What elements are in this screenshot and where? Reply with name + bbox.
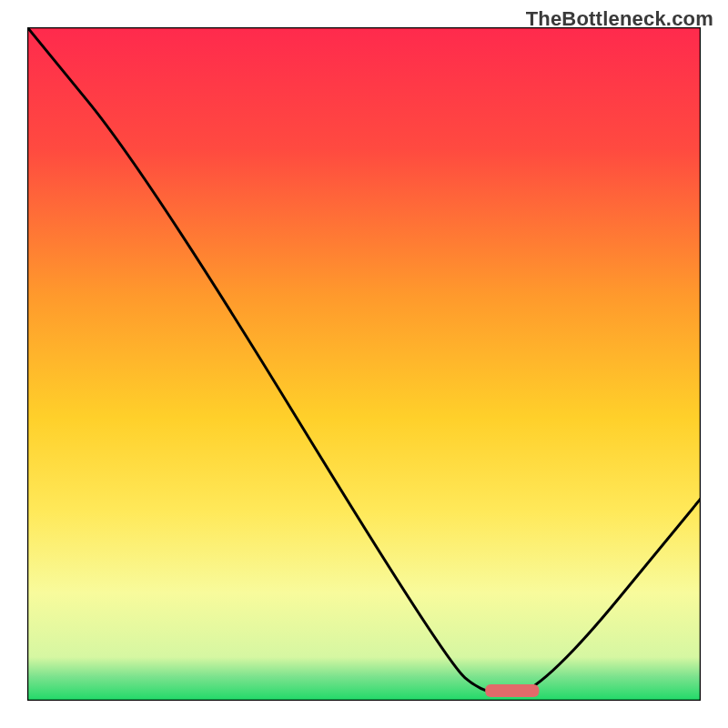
chart-stage: TheBottleneck.com (0, 0, 728, 728)
chart-background (27, 27, 701, 701)
optimal-marker (485, 684, 539, 697)
bottleneck-chart (27, 27, 701, 701)
